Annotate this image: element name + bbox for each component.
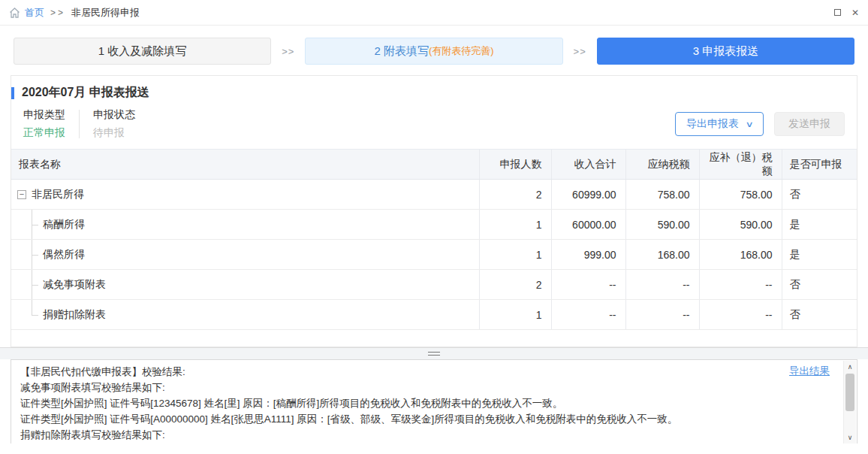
validation-line: 【非居民代扣代缴申报表】校验结果: (20, 364, 812, 380)
validation-messages: 【非居民代扣代缴申报表】校验结果: 减免事项附表填写校验结果如下: 证件类型[外… (11, 360, 857, 443)
meta-divider (79, 110, 80, 138)
page-title: 2020年07月 申报表报送 (23, 85, 845, 101)
validation-line: ========================================… (20, 443, 812, 443)
step-separator-1: >> (282, 46, 294, 57)
table-row[interactable]: 减免事项附表 2 -- -- -- 否 (11, 270, 857, 300)
tab-step-1[interactable]: 1 收入及减除填写 (14, 38, 271, 65)
step-tabs: 1 收入及减除填写 >> 2 附表填写(有附表待完善) >> 3 申报表报送 (14, 38, 854, 65)
export-report-button[interactable]: 导出申报表 ∨ (675, 112, 764, 136)
col-declare-count: 申报人数 (479, 150, 551, 180)
title-accent-bar (11, 87, 14, 99)
validation-line: 证件类型[外国护照] 证件号码[12345678] 姓名[里] 原因：[稿酬所得… (20, 395, 812, 411)
tab-step-2[interactable]: 2 附表填写(有附表待完善) (305, 38, 562, 65)
step-1-label: 1 收入及减除填写 (98, 44, 187, 59)
table-row[interactable]: 偶然所得 1 999.00 168.00 168.00 是 (11, 240, 857, 270)
breadcrumb: 首页 >> 非居民所得申报 ✕ (0, 0, 868, 26)
maximize-icon[interactable] (834, 8, 841, 17)
col-income-total: 收入合计 (551, 150, 625, 180)
table-row[interactable]: 捐赠扣除附表 1 -- -- -- 否 (11, 300, 857, 330)
col-tax-refund: 应补（退）税额 (699, 150, 782, 180)
breadcrumb-separator: >> (50, 8, 65, 18)
scrollbar-thumb[interactable] (845, 374, 854, 411)
chevron-down-icon: ∨ (745, 120, 753, 129)
step-separator-2: >> (574, 46, 586, 57)
table-row[interactable]: 稿酬所得 1 60000.00 590.00 590.00 是 (11, 210, 857, 240)
step-2-warning: (有附表待完善) (429, 44, 494, 58)
scroll-up-icon[interactable]: ∧ (844, 361, 856, 373)
declare-status-label: 申报状态 (93, 108, 135, 122)
validation-line: 减免事项附表填写校验结果如下: (20, 380, 812, 395)
close-icon[interactable]: ✕ (851, 8, 859, 17)
validation-line: 证件类型[外国护照] 证件号码[A00000000] 姓名[张思思A1111] … (20, 411, 812, 427)
tab-step-3[interactable]: 3 申报表报送 (597, 38, 854, 65)
declare-type-value: 正常申报 (23, 126, 65, 140)
breadcrumb-current: 非居民所得申报 (71, 6, 140, 20)
table-header-row: 报表名称 申报人数 收入合计 应纳税额 应补（退）税额 是否可申报 (11, 150, 857, 180)
step-3-label: 3 申报表报送 (693, 44, 759, 59)
declare-status-value: 待申报 (93, 126, 135, 140)
breadcrumb-home-link[interactable]: 首页 (25, 6, 44, 20)
splitter-drag-handle[interactable] (428, 352, 440, 356)
scrollbar[interactable]: ∧ ∨ (843, 361, 856, 443)
report-table: 报表名称 申报人数 收入合计 应纳税额 应补（退）税额 是否可申报 −非居民所得… (11, 149, 857, 330)
declare-type-label: 申报类型 (23, 108, 65, 122)
report-submit-panel: 2020年07月 申报表报送 申报类型 正常申报 申报状态 待申报 导出申报表 … (11, 75, 857, 347)
collapse-icon[interactable]: − (17, 190, 26, 199)
send-report-button[interactable]: 发送申报 (774, 112, 845, 136)
validation-line: 捐赠扣除附表填写校验结果如下: (20, 427, 812, 443)
scroll-down-icon[interactable]: ∨ (844, 431, 856, 443)
col-tax-payable: 应纳税额 (625, 150, 699, 180)
validation-result-panel: 【非居民代扣代缴申报表】校验结果: 减免事项附表填写校验结果如下: 证件类型[外… (11, 359, 857, 443)
export-result-link[interactable]: 导出结果 (785, 365, 830, 378)
declare-type: 申报类型 正常申报 (23, 108, 65, 140)
panel-splitter (0, 347, 868, 359)
declare-status: 申报状态 待申报 (93, 108, 135, 140)
col-declarable: 是否可申报 (782, 150, 857, 180)
home-icon[interactable] (9, 8, 20, 18)
table-row[interactable]: −非居民所得 2 60999.00 758.00 758.00 否 (11, 180, 857, 210)
step-2-label: 2 附表填写 (374, 44, 429, 59)
col-report-name: 报表名称 (11, 150, 479, 180)
